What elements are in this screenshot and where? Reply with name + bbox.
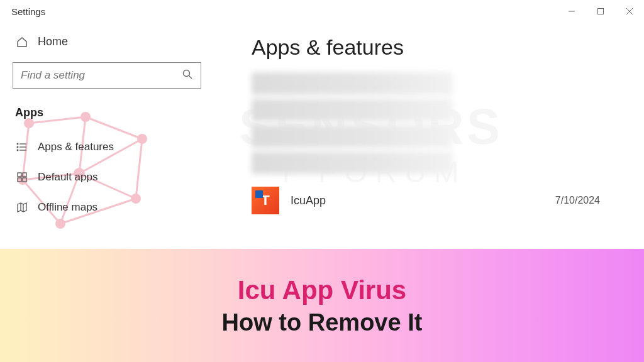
sidebar-item-apps-features[interactable]: Apps & features (13, 132, 201, 162)
maximize-button[interactable] (586, 0, 615, 23)
sidebar-item-default-apps[interactable]: Default apps (13, 162, 201, 192)
list-icon (15, 141, 29, 153)
blurred-app-row (252, 151, 453, 174)
app-list-item[interactable]: T IcuApp 7/10/2024 (252, 182, 625, 219)
app-install-date: 7/10/2024 (555, 195, 600, 206)
blurred-app-list (252, 72, 625, 174)
blurred-app-row (252, 125, 453, 148)
sidebar-section-apps: Apps (13, 102, 201, 123)
overlay-banner: Icu App Virus How to Remove It (0, 249, 644, 362)
banner-title: Icu App Virus (238, 275, 406, 305)
sidebar-item-label: Default apps (38, 171, 97, 184)
main-panel: Apps & features T IcuApp 7/10/2024 (214, 23, 644, 249)
blurred-app-row (252, 72, 453, 95)
svg-rect-35 (18, 178, 21, 182)
home-icon (15, 36, 29, 48)
sidebar-item-label: Apps & features (38, 141, 114, 153)
svg-rect-34 (23, 173, 26, 177)
default-apps-icon (15, 171, 29, 184)
close-icon (626, 8, 633, 15)
close-button[interactable] (615, 0, 644, 23)
maximize-icon (597, 8, 604, 15)
svg-point-22 (184, 70, 190, 77)
titlebar: Settings (0, 0, 644, 23)
minimize-button[interactable] (557, 0, 586, 23)
svg-line-23 (189, 76, 192, 79)
sidebar-item-offline-maps[interactable]: Offline maps (13, 192, 201, 222)
app-icon: T (252, 187, 279, 214)
search-input[interactable] (21, 69, 182, 82)
svg-rect-36 (23, 178, 26, 182)
window-controls (557, 0, 644, 23)
svg-point-30 (17, 143, 18, 145)
blurred-app-row (252, 99, 453, 121)
window-title: Settings (11, 6, 45, 17)
map-icon (15, 201, 29, 214)
banner-subtitle: How to Remove It (222, 309, 423, 336)
app-name: IcuApp (291, 194, 326, 207)
search-icon (182, 69, 193, 82)
page-title: Apps & features (252, 35, 625, 60)
sidebar-home[interactable]: Home (13, 29, 201, 55)
sidebar-item-label: Offline maps (38, 201, 97, 214)
sidebar: Home Apps Apps & features Default apps (0, 23, 214, 249)
svg-point-32 (17, 150, 18, 151)
svg-rect-1 (598, 9, 604, 14)
svg-point-31 (17, 146, 18, 148)
home-label: Home (38, 35, 68, 48)
minimize-icon (568, 8, 575, 15)
svg-rect-33 (18, 173, 21, 177)
search-box[interactable] (13, 62, 201, 89)
